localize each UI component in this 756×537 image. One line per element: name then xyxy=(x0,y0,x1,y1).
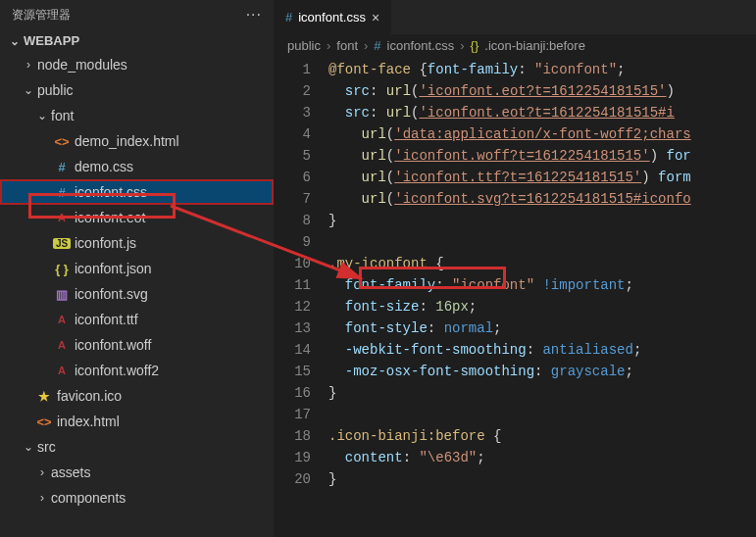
item-label: iconfont.json xyxy=(75,261,152,276)
file-item[interactable]: Aiconfont.woff2 xyxy=(0,358,274,383)
file-icon: A xyxy=(53,365,71,376)
file-item[interactable]: ▥iconfont.svg xyxy=(0,281,274,307)
item-label: iconfont.ttf xyxy=(75,312,138,327)
file-icon: # xyxy=(53,160,71,174)
item-label: demo_index.html xyxy=(75,133,179,149)
close-icon[interactable]: × xyxy=(372,10,379,25)
file-icon: JS xyxy=(53,238,71,249)
file-item[interactable]: Aiconfont.woff xyxy=(0,332,274,358)
folder-item[interactable]: ⌄src xyxy=(0,434,274,460)
code-content[interactable]: @font-face {font-family: "iconfont"; src… xyxy=(328,57,756,537)
folder-item[interactable]: ›assets xyxy=(0,460,274,485)
item-label: font xyxy=(51,108,74,123)
file-item[interactable]: <>index.html xyxy=(0,409,274,434)
workspace-root[interactable]: ⌄ WEBAPP xyxy=(0,29,274,52)
chevron-down-icon: ⌄ xyxy=(35,109,49,122)
tab-bar: # iconfont.css × xyxy=(274,0,756,34)
file-item[interactable]: { }iconfont.json xyxy=(0,256,274,281)
file-item[interactable]: #demo.css xyxy=(0,154,274,179)
file-icon: <> xyxy=(53,134,71,149)
item-label: favicon.ico xyxy=(57,388,122,404)
file-item[interactable]: <>demo_index.html xyxy=(0,128,274,154)
tab-iconfont-css[interactable]: # iconfont.css × xyxy=(274,0,392,34)
item-label: index.html xyxy=(57,414,120,429)
breadcrumb[interactable]: public › font › # iconfont.css › {} .ico… xyxy=(274,34,756,57)
folder-item[interactable]: ⌄font xyxy=(0,103,274,128)
explorer-header: 资源管理器 ··· xyxy=(0,0,274,29)
chevron-right-icon: › xyxy=(460,38,464,53)
folder-item[interactable]: ⌄public xyxy=(0,77,274,103)
code-editor[interactable]: 1234567891011121314151617181920 @font-fa… xyxy=(274,57,756,537)
item-label: assets xyxy=(51,464,90,480)
file-icon: <> xyxy=(35,415,53,429)
item-label: node_modules xyxy=(37,57,127,73)
more-icon[interactable]: ··· xyxy=(246,6,262,24)
file-item[interactable]: ★favicon.ico xyxy=(0,383,274,409)
file-item[interactable]: Aiconfont.ttf xyxy=(0,307,274,332)
file-item[interactable]: Aiconfont.eot xyxy=(0,205,274,230)
chevron-right-icon: › xyxy=(22,58,35,72)
folder-item[interactable]: ›components xyxy=(0,485,274,511)
chevron-right-icon: › xyxy=(364,38,368,53)
breadcrumb-segment[interactable]: public xyxy=(287,38,321,53)
file-item[interactable]: #iconfont.css xyxy=(0,179,274,205)
item-label: iconfont.svg xyxy=(75,286,148,302)
file-item[interactable]: JSiconfont.js xyxy=(0,230,274,256)
item-label: iconfont.woff xyxy=(75,337,151,353)
explorer-title: 资源管理器 xyxy=(12,7,71,24)
explorer-sidebar: 资源管理器 ··· ⌄ WEBAPP ›node_modules⌄public⌄… xyxy=(0,0,274,537)
braces-icon: {} xyxy=(471,38,479,53)
item-label: iconfont.css xyxy=(75,184,147,200)
breadcrumb-segment[interactable]: iconfont.css xyxy=(387,38,455,53)
file-icon: { } xyxy=(53,262,71,276)
breadcrumb-segment[interactable]: .icon-bianji:before xyxy=(484,38,585,53)
item-label: public xyxy=(37,82,74,98)
chevron-right-icon: › xyxy=(327,38,330,53)
tab-label: iconfont.css xyxy=(298,10,366,24)
file-icon: A xyxy=(53,212,71,223)
item-label: iconfont.eot xyxy=(75,210,145,225)
file-tree: ›node_modules⌄public⌄font<>demo_index.ht… xyxy=(0,52,274,537)
chevron-down-icon: ⌄ xyxy=(22,440,35,454)
item-label: src xyxy=(37,439,56,455)
file-icon: ★ xyxy=(35,389,53,404)
chevron-down-icon: ⌄ xyxy=(8,34,22,48)
breadcrumb-segment[interactable]: font xyxy=(336,38,358,53)
item-label: iconfont.js xyxy=(75,235,136,251)
line-gutter: 1234567891011121314151617181920 xyxy=(274,57,328,537)
workspace-root-label: WEBAPP xyxy=(24,33,79,48)
item-label: iconfont.woff2 xyxy=(75,363,159,378)
hash-icon: # xyxy=(374,38,380,53)
folder-item[interactable]: ›node_modules xyxy=(0,52,274,77)
file-icon: ▥ xyxy=(53,287,71,302)
chevron-right-icon: › xyxy=(35,465,49,479)
file-icon: A xyxy=(53,314,71,325)
file-icon: A xyxy=(53,339,71,351)
item-label: demo.css xyxy=(75,159,133,174)
item-label: components xyxy=(51,490,126,506)
hash-icon: # xyxy=(285,10,292,24)
file-icon: # xyxy=(53,185,71,200)
chevron-down-icon: ⌄ xyxy=(22,83,35,97)
chevron-right-icon: › xyxy=(35,491,49,505)
editor-pane: # iconfont.css × public › font › # iconf… xyxy=(274,0,756,537)
